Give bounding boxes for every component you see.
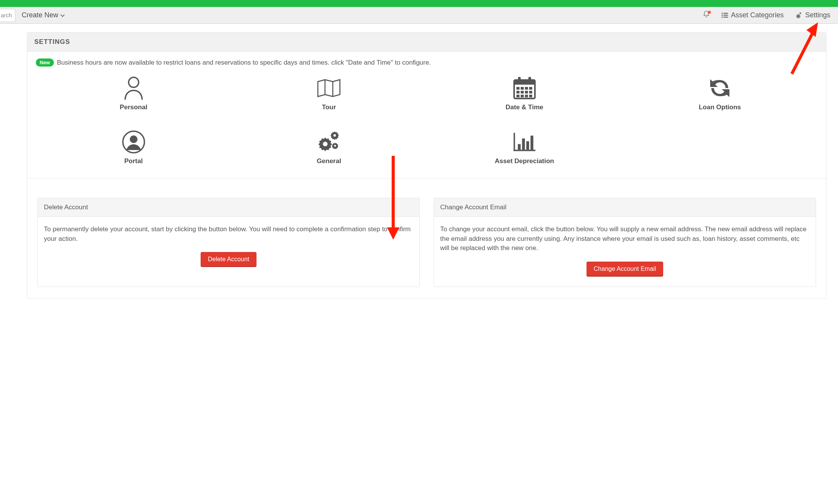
notifications-button[interactable] <box>699 10 714 20</box>
svg-rect-5 <box>724 17 728 18</box>
person-icon <box>121 76 146 100</box>
settings-label: Settings <box>805 11 830 19</box>
info-banner: New Business hours are now available to … <box>36 58 818 67</box>
settings-panel: SETTINGS New Business hours are now avai… <box>27 32 826 299</box>
svg-point-38 <box>130 135 137 143</box>
tile-date-time[interactable]: Date & Time <box>427 76 622 111</box>
svg-rect-30 <box>521 91 524 93</box>
card-body-text: To change your account email, click the … <box>440 225 810 253</box>
svg-rect-4 <box>722 17 723 18</box>
svg-point-40 <box>323 142 328 146</box>
svg-rect-46 <box>522 139 525 150</box>
svg-rect-0 <box>722 13 723 14</box>
svg-rect-36 <box>529 95 532 97</box>
tile-general[interactable]: General <box>231 130 427 165</box>
refresh-icon <box>707 76 732 100</box>
svg-rect-3 <box>724 15 728 16</box>
svg-rect-44 <box>513 150 535 151</box>
panel-title: SETTINGS <box>27 33 826 52</box>
svg-rect-7 <box>798 14 799 15</box>
svg-rect-34 <box>521 95 524 97</box>
svg-rect-23 <box>518 77 521 82</box>
create-new-dropdown[interactable]: Create New <box>18 11 67 19</box>
change-email-button[interactable]: Change Account Email <box>587 262 664 277</box>
svg-rect-17 <box>800 14 800 14</box>
search-input-stub[interactable]: arch <box>0 9 15 22</box>
list-icon <box>721 12 729 19</box>
top-green-bar <box>0 0 838 7</box>
section-divider <box>27 178 826 179</box>
user-circle-icon <box>121 130 146 154</box>
svg-rect-9 <box>796 16 797 17</box>
settings-link[interactable]: Settings <box>791 11 834 20</box>
svg-point-41 <box>334 134 336 137</box>
svg-rect-22 <box>514 80 535 85</box>
svg-rect-35 <box>525 95 528 97</box>
delete-account-card: Delete Account To permanently delete you… <box>37 198 420 287</box>
calendar-icon <box>512 76 537 100</box>
svg-rect-48 <box>530 136 533 150</box>
chevron-down-icon <box>60 12 65 17</box>
change-email-card: Change Account Email To change your acco… <box>434 198 816 287</box>
svg-rect-43 <box>513 133 515 151</box>
svg-point-42 <box>334 145 336 147</box>
svg-point-15 <box>799 12 801 14</box>
svg-rect-18 <box>799 13 799 13</box>
tile-label: Tour <box>322 103 336 111</box>
tile-label: Date & Time <box>506 103 543 111</box>
svg-rect-16 <box>800 12 800 12</box>
tile-portal[interactable]: Portal <box>36 130 231 165</box>
asset-categories-link[interactable]: Asset Categories <box>717 11 788 19</box>
tile-label: Portal <box>124 157 143 165</box>
svg-point-20 <box>129 77 139 87</box>
gears-icon <box>317 130 341 154</box>
svg-rect-8 <box>798 17 799 18</box>
tile-label: Asset Depreciation <box>495 157 554 165</box>
svg-point-6 <box>797 15 800 17</box>
svg-rect-25 <box>516 87 520 90</box>
card-title: Change Account Email <box>434 198 816 217</box>
svg-rect-10 <box>799 16 800 17</box>
info-text: Business hours are now available to rest… <box>57 59 431 67</box>
gears-icon <box>794 11 803 20</box>
tile-asset-depreciation[interactable]: Asset Depreciation <box>427 130 622 165</box>
tile-label: General <box>317 157 341 165</box>
new-badge: New <box>36 58 54 67</box>
delete-account-button[interactable]: Delete Account <box>201 252 257 267</box>
top-toolbar: arch Create New Asset Categories <box>0 7 838 24</box>
svg-rect-2 <box>722 15 723 16</box>
svg-rect-32 <box>529 91 532 93</box>
svg-rect-33 <box>516 95 520 97</box>
notification-dot-icon <box>708 11 711 14</box>
tile-label: Loan Options <box>699 103 741 111</box>
bar-chart-icon <box>512 130 537 154</box>
svg-rect-28 <box>529 87 532 90</box>
card-body-text: To permanently delete your account, star… <box>44 225 413 244</box>
settings-tiles-grid: Personal Tour <box>36 76 818 165</box>
svg-rect-29 <box>516 91 520 93</box>
svg-rect-27 <box>525 87 528 90</box>
svg-rect-19 <box>801 13 801 13</box>
svg-rect-47 <box>526 141 529 150</box>
create-new-label: Create New <box>22 11 58 19</box>
tile-label: Personal <box>120 103 147 111</box>
svg-rect-31 <box>525 91 528 93</box>
svg-rect-1 <box>724 13 728 14</box>
tile-loan-options[interactable]: Loan Options <box>622 76 818 111</box>
map-icon <box>317 76 341 100</box>
svg-rect-26 <box>521 87 524 90</box>
svg-rect-24 <box>528 77 531 82</box>
asset-categories-label: Asset Categories <box>731 11 784 19</box>
tile-tour[interactable]: Tour <box>231 76 427 111</box>
account-cards-row: Delete Account To permanently delete you… <box>37 198 816 287</box>
tile-personal[interactable]: Personal <box>36 76 231 111</box>
svg-rect-45 <box>518 144 520 150</box>
card-title: Delete Account <box>38 198 419 217</box>
